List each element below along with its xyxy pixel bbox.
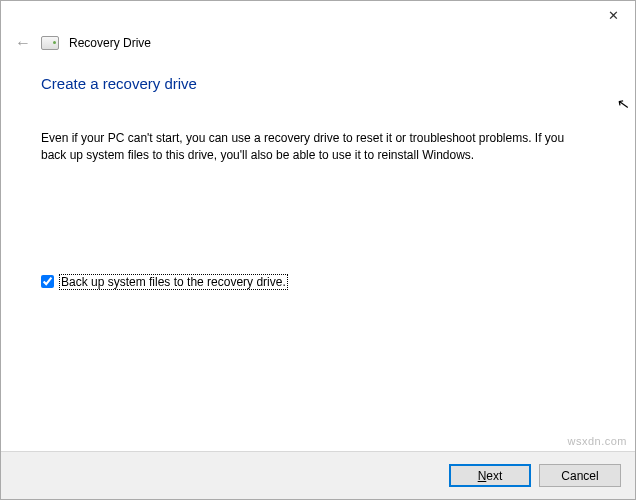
backup-checkbox-label: Back up system files to the recovery dri… <box>59 274 288 290</box>
next-button[interactable]: Next <box>449 464 531 487</box>
backup-checkbox[interactable] <box>41 275 54 288</box>
watermark-text: wsxdn.com <box>567 435 627 447</box>
close-button[interactable]: ✕ <box>591 1 635 29</box>
header: ← Recovery Drive <box>1 29 635 65</box>
titlebar: ✕ <box>1 1 635 29</box>
backup-checkbox-row[interactable]: Back up system files to the recovery dri… <box>41 274 595 290</box>
page-heading: Create a recovery drive <box>41 75 595 92</box>
window-title: Recovery Drive <box>69 36 151 50</box>
drive-icon <box>41 36 59 50</box>
page-description: Even if your PC can't start, you can use… <box>41 130 571 164</box>
wizard-window: ✕ ← Recovery Drive Create a recovery dri… <box>0 0 636 500</box>
back-arrow-icon[interactable]: ← <box>15 35 31 51</box>
content-area: Create a recovery drive Even if your PC … <box>1 65 635 451</box>
footer: Next Cancel <box>1 451 635 499</box>
next-button-mnemonic: N <box>478 469 487 483</box>
cancel-button[interactable]: Cancel <box>539 464 621 487</box>
next-button-text: ext <box>486 469 502 483</box>
